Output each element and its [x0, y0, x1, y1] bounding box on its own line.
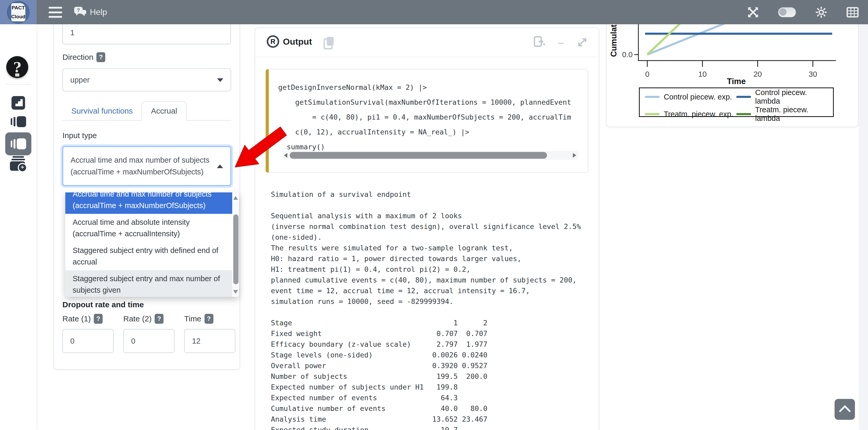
chevron-down-icon: [217, 78, 223, 82]
sidebar-item-add-design[interactable]: +: [0, 156, 37, 171]
direction-label: Direction ?: [62, 52, 105, 62]
output-header-actions: –: [533, 36, 588, 49]
apps-grid-icon[interactable]: [846, 7, 859, 18]
left-sidebar: ? +: [0, 24, 37, 430]
scroll-up-icon[interactable]: [233, 196, 238, 200]
chart-legend: Control piecew. exp.Control piecew. lamb…: [639, 88, 834, 117]
fullscreen-icon[interactable]: [747, 6, 760, 19]
dropout-rate1-label: Rate (1) ?: [62, 314, 103, 324]
output-line: planned cumulative events = c(40, 80), m…: [271, 275, 593, 285]
legend-item: Treatm. piecew. exp.: [645, 105, 736, 123]
minimize-icon[interactable]: –: [558, 37, 564, 48]
dropout-rate2-label: Rate (2) ?: [123, 314, 163, 324]
app-logo[interactable]: PACT Cloud: [0, 0, 37, 24]
scroll-to-top-button[interactable]: [835, 399, 855, 420]
rate2-help-icon[interactable]: ?: [155, 314, 163, 324]
code-line: getDesignInverseNormal(kMax = 2) |>: [278, 80, 585, 95]
help-chat-icon: ?: [74, 6, 87, 18]
output-line: Overall power 0.3920 0.9527: [271, 360, 593, 371]
copy-code-icon[interactable]: [323, 37, 334, 49]
steps-icon: [11, 95, 26, 110]
export-icon[interactable]: [533, 36, 546, 49]
code-line: c(0, 12), accrualIntensity = NA_real_) |…: [278, 125, 585, 139]
sidebar-item-panel[interactable]: [0, 116, 37, 127]
legend-label: Treatm. piecew. lambda: [755, 105, 828, 123]
dropout-time-input[interactable]: 12: [184, 329, 235, 353]
input-type-dropdown-menu: Accrual time and max number of subjects …: [65, 192, 239, 297]
dropout-rate1-input[interactable]: 0: [62, 329, 114, 353]
output-line: Analysis time 13.652 23.467: [271, 414, 593, 425]
accrual-tab-bar: Survival functions Accrual: [62, 98, 231, 121]
direction-help-icon[interactable]: ?: [96, 52, 105, 62]
output-line: Number of subjects 199.5 200.0: [271, 371, 593, 382]
output-line: Stage levels (one-sided) 0.0026 0.0240: [271, 350, 593, 360]
design-parameters-panel: 1 Direction ? upper Survival functions A…: [54, 0, 240, 370]
legend-label: Control piecew. exp.: [664, 93, 732, 101]
legend-swatch: [645, 113, 659, 115]
output-line: Fixed weight 0.707 0.707: [271, 328, 593, 339]
svg-text:?: ?: [77, 7, 80, 13]
output-line: H1: treatment pi(1) = 0.4, control pi(2)…: [271, 264, 593, 275]
tab-survival-functions[interactable]: Survival functions: [62, 102, 142, 120]
legend-item: Treatm. piecew. lambda: [736, 105, 828, 123]
input-type-option[interactable]: Staggered subject entry with defined end…: [65, 242, 232, 270]
simulation-output-text: Simulation of a survival endpoint Sequen…: [271, 189, 593, 430]
input-type-option[interactable]: Staggered subject entry and max number o…: [65, 270, 232, 297]
user-avatar[interactable]: ?: [6, 56, 28, 78]
legend-label: Control piecew. lambda: [755, 88, 828, 105]
chevron-up-icon: [217, 164, 223, 168]
r-logo-icon: R: [267, 35, 279, 48]
output-line: Sequential analysis with a maximum of 2 …: [271, 210, 593, 221]
sidebar-divider: [6, 84, 31, 85]
rpact-logo-icon: PACT Cloud: [7, 1, 30, 24]
input-type-value-line1: Accrual time and max number of subjects: [70, 154, 210, 166]
scroll-down-icon[interactable]: [233, 290, 238, 294]
dropdown-scrollbar[interactable]: [232, 192, 239, 297]
scroll-right-icon[interactable]: [573, 153, 576, 158]
kmax-input[interactable]: 1: [62, 21, 231, 44]
output-line: event time = 12, accrual time = 12, accr…: [271, 285, 593, 296]
code-horizontal-scrollbar[interactable]: [282, 151, 578, 160]
tab-accrual[interactable]: Accrual: [142, 101, 186, 121]
gear-icon[interactable]: [815, 6, 828, 19]
output-line: Cumulative number of events 40.0 80.0: [271, 403, 593, 414]
output-line: (inverse normal combination test design)…: [271, 221, 593, 232]
menu-toggle-icon[interactable]: [49, 7, 62, 18]
output-line: (one-sided).: [271, 232, 593, 242]
input-type-option-list: Accrual time and max number of subjects …: [65, 192, 232, 297]
panel-icon: [11, 116, 26, 127]
input-type-option[interactable]: Accrual time and max number of subjects …: [65, 192, 232, 214]
help-label: Help: [90, 7, 107, 17]
dropout-heading: Dropout rate and time: [62, 300, 144, 309]
dark-mode-toggle[interactable]: [778, 7, 796, 17]
sidebar-item-panel-active[interactable]: [5, 132, 31, 155]
expand-icon[interactable]: [576, 36, 588, 48]
direction-select[interactable]: upper: [62, 68, 231, 91]
survival-plot-panel: 0.00102030Cumulative Time Control piecew…: [606, 10, 859, 127]
top-navbar: PACT Cloud ? Help: [0, 0, 868, 24]
time-help-icon[interactable]: ?: [205, 314, 213, 324]
legend-swatch: [645, 96, 659, 98]
add-stack-icon: +: [10, 156, 27, 171]
panel-active-icon: [11, 138, 26, 149]
output-header: R Output –: [255, 28, 599, 57]
rate1-help-icon[interactable]: ?: [94, 314, 103, 324]
scrollbar-thumb[interactable]: [233, 214, 239, 284]
output-line: Expected study duration 19.7: [271, 425, 593, 430]
chevron-up-icon: [839, 405, 851, 417]
input-type-select[interactable]: Accrual time and max number of subjects …: [62, 146, 231, 186]
sidebar-item-designs[interactable]: [0, 95, 37, 110]
output-line: Expected number of events 64.3: [271, 392, 593, 403]
output-panel: R Output – getDesignInverseNormal(kMax =…: [255, 27, 599, 430]
page-gutter: [860, 24, 868, 430]
x-axis-title: Time: [639, 77, 834, 86]
dropout-rate2-input[interactable]: 0: [123, 329, 175, 353]
input-type-option[interactable]: Accrual time and absolute intensity (acc…: [65, 214, 232, 242]
legend-label: Treatm. piecew. exp.: [664, 110, 733, 119]
help-menu[interactable]: ? Help: [74, 6, 107, 18]
h-scrollbar-thumb[interactable]: [290, 152, 547, 159]
output-line: [271, 307, 593, 318]
annotation-arrow: [230, 120, 292, 175]
legend-swatch: [736, 113, 751, 115]
r-code-lines: getDesignInverseNormal(kMax = 2) |> getS…: [278, 80, 585, 154]
